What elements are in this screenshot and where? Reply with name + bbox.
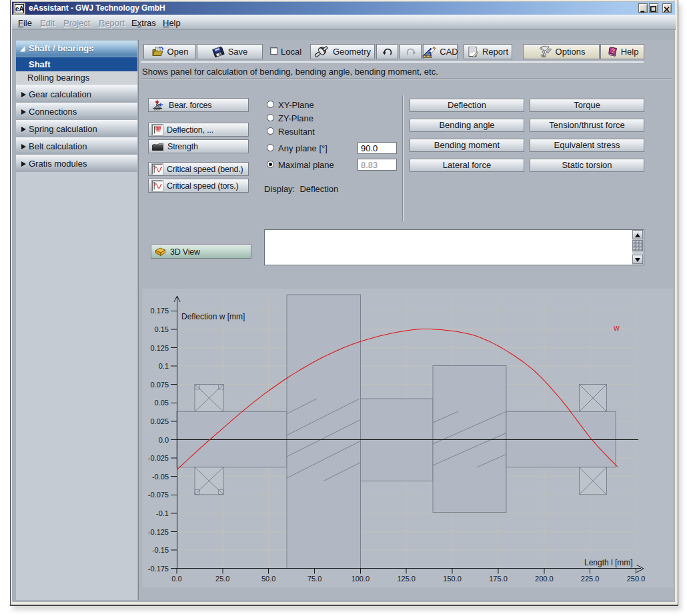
svg-text:0.05: 0.05 (155, 399, 169, 407)
svg-text:-0.175: -0.175 (148, 565, 169, 573)
svg-text:100.0: 100.0 (352, 575, 370, 583)
svg-text:0.0: 0.0 (159, 436, 169, 444)
svg-text:200.0: 200.0 (535, 575, 554, 583)
svg-text:0.075: 0.075 (150, 381, 169, 389)
svg-text:75.0: 75.0 (307, 575, 321, 583)
svg-text:-0.025: -0.025 (148, 454, 169, 462)
svg-text:225.0: 225.0 (581, 575, 600, 583)
svg-text:-0.125: -0.125 (148, 528, 169, 536)
svg-text:-0.075: -0.075 (148, 491, 169, 499)
svg-text:0.1: 0.1 (159, 362, 169, 370)
svg-text:-0.1: -0.1 (156, 509, 169, 517)
svg-text:-0.15: -0.15 (152, 546, 169, 554)
svg-text:50.0: 50.0 (261, 575, 275, 583)
svg-text:0.15: 0.15 (155, 325, 169, 333)
svg-text:125.0: 125.0 (397, 575, 416, 583)
svg-text:Deflection w [mm]: Deflection w [mm] (181, 312, 245, 321)
svg-text:0.175: 0.175 (150, 307, 169, 315)
svg-text:250.0: 250.0 (627, 575, 646, 583)
svg-text:0.025: 0.025 (150, 417, 169, 425)
svg-text:0.125: 0.125 (150, 344, 169, 352)
svg-text:-0.05: -0.05 (152, 473, 169, 481)
svg-text:25.0: 25.0 (215, 575, 229, 583)
svg-text:Length l [mm]: Length l [mm] (584, 558, 633, 567)
svg-text:150.0: 150.0 (443, 575, 462, 583)
svg-text:175.0: 175.0 (489, 575, 508, 583)
svg-text:0.0: 0.0 (171, 575, 181, 583)
svg-text:w: w (613, 323, 620, 333)
